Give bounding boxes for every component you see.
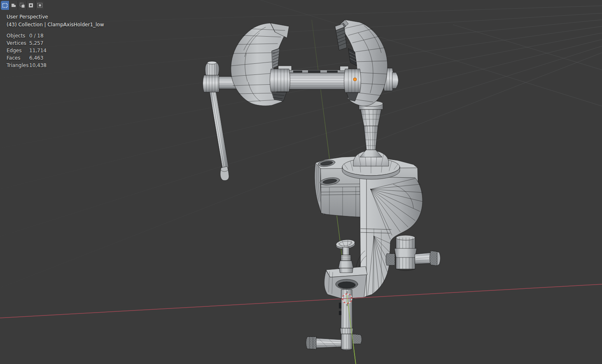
stat-label: Vertices	[7, 39, 29, 47]
stat-label: Faces	[7, 54, 29, 62]
viewport-overlay-text: User Perspective (43) Collection | Clamp…	[7, 13, 104, 69]
select-difference-button[interactable]	[27, 1, 35, 10]
select-intersect-icon	[37, 2, 43, 9]
select-difference-icon	[28, 2, 34, 9]
axis-line-x	[0, 284, 602, 318]
select-extend-icon	[10, 2, 17, 9]
select-set-icon	[2, 2, 8, 9]
jaw-left	[231, 23, 292, 106]
stat-label: Edges	[7, 47, 29, 55]
stat-value: 0 / 18	[29, 32, 104, 40]
select-set-button[interactable]	[1, 1, 9, 10]
stat-label: Objects	[7, 32, 29, 40]
select-mode-toolbar	[1, 1, 44, 10]
select-intersect-button[interactable]	[35, 1, 44, 10]
stat-value: 5,257	[29, 39, 104, 47]
view-perspective-label: User Perspective	[7, 13, 104, 21]
select-extend-button[interactable]	[9, 1, 18, 10]
stat-row: Vertices 5,257	[7, 39, 104, 47]
screw-knob	[205, 61, 219, 76]
stat-row: Triangles 10,438	[7, 62, 104, 69]
select-subtract-button[interactable]	[18, 1, 27, 10]
stat-value: 6,463	[29, 54, 104, 62]
handle-rod	[209, 88, 229, 181]
side-screw	[386, 235, 441, 271]
stat-row: Faces 6,463	[7, 54, 104, 62]
object-origin-dot	[353, 78, 357, 81]
select-subtract-icon	[19, 2, 26, 9]
shaft-left-cap	[203, 75, 219, 92]
scene-statistics: Objects 0 / 18 Vertices 5,257 Edges 11,7…	[7, 32, 104, 69]
blender-3d-viewport[interactable]: User Perspective (43) Collection | Clamp…	[0, 0, 602, 364]
shaft-middle	[288, 70, 345, 89]
stat-label: Triangles	[7, 62, 29, 70]
active-object-breadcrumb: (43) Collection | ClampAxisHolder1_low	[7, 21, 104, 29]
vise-model[interactable]	[203, 20, 441, 350]
thumb-screw	[336, 239, 355, 273]
stat-row: Edges 11,714	[7, 47, 104, 54]
stat-value: 10,438	[29, 62, 104, 70]
stat-value: 11,714	[29, 47, 104, 55]
stat-row: Objects 0 / 18	[7, 32, 104, 39]
